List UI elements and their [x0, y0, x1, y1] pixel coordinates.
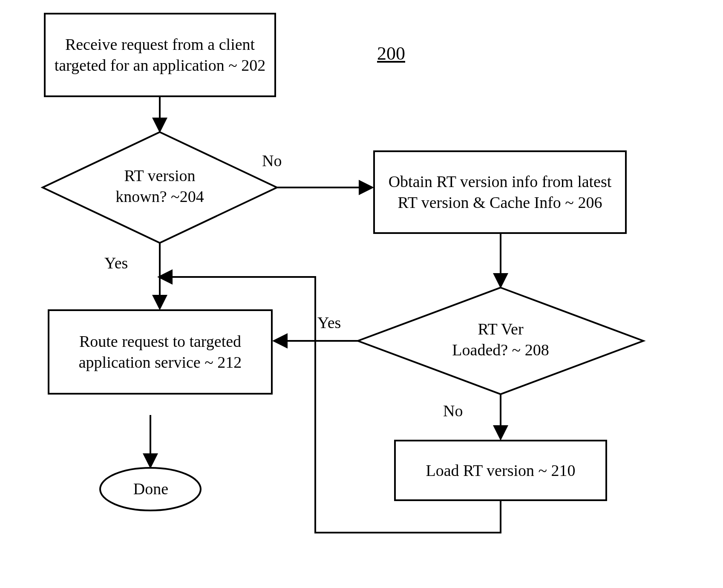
process-210-text: Load RT version ~ 210	[426, 460, 575, 481]
process-212-text: Route request to targeted application se…	[66, 331, 254, 372]
edge-label-204-yes: Yes	[104, 253, 128, 274]
process-206-text: Obtain RT version info from latest RT ve…	[379, 171, 621, 213]
process-202-text: Receive request from a client targeted f…	[50, 34, 270, 75]
process-206: Obtain RT version info from latest RT ve…	[373, 150, 627, 234]
edge-label-208-yes: Yes	[317, 312, 341, 333]
process-210: Load RT version ~ 210	[394, 440, 607, 501]
edge-label-204-no: No	[262, 150, 282, 171]
process-202: Receive request from a client targeted f…	[44, 13, 276, 97]
process-212: Route request to targeted application se…	[48, 309, 273, 395]
decision-204-text: RT version known? ~204	[96, 165, 224, 207]
edge-label-208-no: No	[443, 401, 463, 421]
flowchart-canvas: 200	[0, 0, 723, 588]
decision-208-text: RT Ver Loaded? ~ 208	[426, 319, 575, 360]
terminator-done-text: Done	[117, 478, 184, 499]
